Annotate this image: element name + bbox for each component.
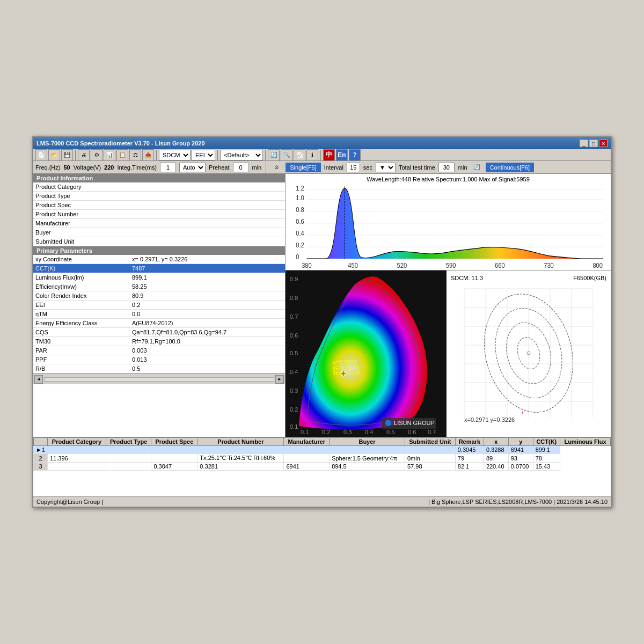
- window-controls: _ □ ✕: [580, 140, 608, 147]
- save-icon[interactable]: 💾: [61, 149, 73, 161]
- param-value: 0.5: [130, 364, 285, 374]
- circle-icon: ⊙: [270, 162, 282, 173]
- auto-dropdown[interactable]: Auto: [179, 163, 206, 172]
- param-value: 899.1: [130, 273, 285, 282]
- print-icon[interactable]: 🖨: [78, 149, 90, 161]
- sec-label: sec: [363, 164, 372, 171]
- svg-text:660: 660: [495, 261, 505, 269]
- separator5: [320, 150, 321, 160]
- single-button[interactable]: Single[F5]: [286, 163, 321, 172]
- scroll-right-btn[interactable]: ►: [275, 375, 284, 384]
- spectrum-header: WaveLength:448 Relative Spectrum:1.000 M…: [288, 176, 609, 182]
- help-icon[interactable]: ?: [349, 149, 361, 161]
- table-cell: [151, 446, 197, 454]
- param-value: 0.013: [130, 355, 285, 364]
- table-cell: [151, 454, 197, 463]
- maximize-button[interactable]: □: [589, 140, 598, 147]
- scrollbar[interactable]: ◄ ►: [33, 374, 285, 384]
- table-cell: 220.40: [484, 463, 508, 471]
- table-cell: 899.1: [533, 446, 560, 454]
- param-value: Qa=81.7,Qf=81.0,Qp=83.6,Qg=94.7: [130, 328, 285, 337]
- chart2-icon[interactable]: 📈: [294, 149, 305, 161]
- svg-text:0.8: 0.8: [296, 206, 304, 213]
- svg-text:0.2: 0.2: [290, 406, 298, 413]
- zoom-icon[interactable]: 🔍: [281, 149, 292, 161]
- field-label: Product Type: [33, 192, 130, 201]
- minimize-button[interactable]: _: [580, 140, 588, 147]
- primary-param-row: CCT(K)7487: [33, 264, 285, 273]
- svg-text:590: 590: [446, 261, 456, 269]
- sdcm-chart: SDCM: 11.3 F6500K(GB): [447, 270, 611, 437]
- table-row[interactable]: 211.396Tx:25.1℃ Ti:24.5℃ RH:60%Sphere:1.…: [34, 454, 611, 463]
- lang-zh-btn[interactable]: 中: [323, 149, 335, 161]
- chart-icon[interactable]: 📊: [104, 149, 115, 161]
- table-cell: [284, 446, 330, 454]
- svg-text:520: 520: [397, 261, 407, 269]
- col-luminous-flux: Luminous Flux: [560, 438, 611, 446]
- sdcm-f-value: F6500K(GB): [573, 275, 606, 281]
- cie-svg: 0.9 0.8 0.7 0.6 0.5 0.4 0.3 0.2 0.1 0.1 …: [286, 270, 447, 437]
- param-label: Efficiency(lm/w): [33, 282, 130, 291]
- svg-text:450: 450: [348, 261, 358, 269]
- primary-param-row: Efficiency(lm/w)58.25: [33, 282, 285, 291]
- compare-icon[interactable]: ⚖: [129, 149, 141, 161]
- params-bar: Freq.(Hz) 50 Voltage(V) 220 Integ.Time(m…: [33, 161, 611, 174]
- param-label: Luminous Flux(lm): [33, 273, 130, 282]
- table-cell: 0min: [405, 454, 455, 463]
- param-label: TM30: [33, 337, 130, 346]
- row-number: 3: [34, 463, 48, 471]
- integ-input[interactable]: [160, 163, 176, 172]
- min-label: min: [252, 164, 262, 171]
- sdcm-dropdown[interactable]: SDCM: [159, 150, 191, 160]
- table-row[interactable]: 30.30470.32816941894.557.9882.1220.400.0…: [34, 463, 611, 471]
- param-value: 0.0: [130, 310, 285, 319]
- refresh-icon[interactable]: 🔄: [268, 149, 280, 161]
- separator: [75, 150, 76, 160]
- table-cell: [48, 446, 106, 454]
- field-label: Buyer: [33, 228, 130, 237]
- min2-label: min: [458, 164, 467, 171]
- interval-input[interactable]: [347, 163, 360, 172]
- table-cell: [106, 446, 151, 454]
- close-button[interactable]: ✕: [599, 140, 608, 147]
- svg-text:1.2: 1.2: [296, 185, 304, 192]
- svg-text:1.0: 1.0: [296, 194, 304, 201]
- col-product-number: Product Number: [197, 438, 284, 446]
- param-label: Energy Efficiency Class: [33, 319, 130, 328]
- field-value: [130, 210, 285, 219]
- product-info-row: Manufacturer: [33, 219, 285, 228]
- param-value: 0.2: [130, 301, 285, 310]
- table-cell: Tx:25.1℃ Ti:24.5℃ RH:60%: [197, 454, 284, 463]
- product-info-row: Product Category: [33, 182, 285, 192]
- field-label: Product Category: [33, 182, 130, 192]
- settings-icon[interactable]: ⚙: [91, 149, 103, 161]
- info-icon[interactable]: ℹ: [306, 149, 318, 161]
- primary-param-row: TM30Rf=79.1,Rg=100.0: [33, 337, 285, 346]
- table-cell: 78: [533, 454, 560, 463]
- svg-text:0.5: 0.5: [290, 350, 298, 356]
- preheat-input[interactable]: [233, 163, 249, 172]
- table-row[interactable]: ►10.30450.32886941899.1: [34, 446, 611, 454]
- continuous-button[interactable]: Continuous[F6]: [486, 163, 535, 172]
- default-dropdown[interactable]: <Default>: [220, 150, 263, 160]
- new-icon[interactable]: 📄: [35, 149, 47, 161]
- table-cell: Sphere:1.5 Geometry:4π: [330, 454, 405, 463]
- param-value: Rf=79.1,Rg=100.0: [130, 337, 285, 346]
- scroll-left-btn[interactable]: ◄: [34, 375, 43, 384]
- status-right: | Big Sphere,LSP SERIES,LS2008R,LMS-7000…: [428, 499, 608, 505]
- total-input[interactable]: [438, 163, 455, 172]
- primary-param-row: Color Render Index80.9: [33, 291, 285, 301]
- sec-dropdown[interactable]: ▼: [376, 163, 396, 172]
- eei-dropdown[interactable]: EEI: [192, 150, 215, 160]
- table-cell: [197, 446, 284, 454]
- table-icon[interactable]: 📋: [116, 149, 128, 161]
- open-icon[interactable]: 📂: [48, 149, 60, 161]
- table-cell: 0.3288: [484, 446, 508, 454]
- param-label: CCT(K): [33, 264, 130, 273]
- col-product-category: Product Category: [48, 438, 106, 446]
- lang-en-btn[interactable]: En: [336, 149, 348, 161]
- svg-text:0.3: 0.3: [343, 429, 352, 435]
- export-icon[interactable]: 📤: [142, 149, 154, 161]
- svg-text:0.8: 0.8: [290, 295, 298, 301]
- primary-param-row: EEI0.2: [33, 301, 285, 310]
